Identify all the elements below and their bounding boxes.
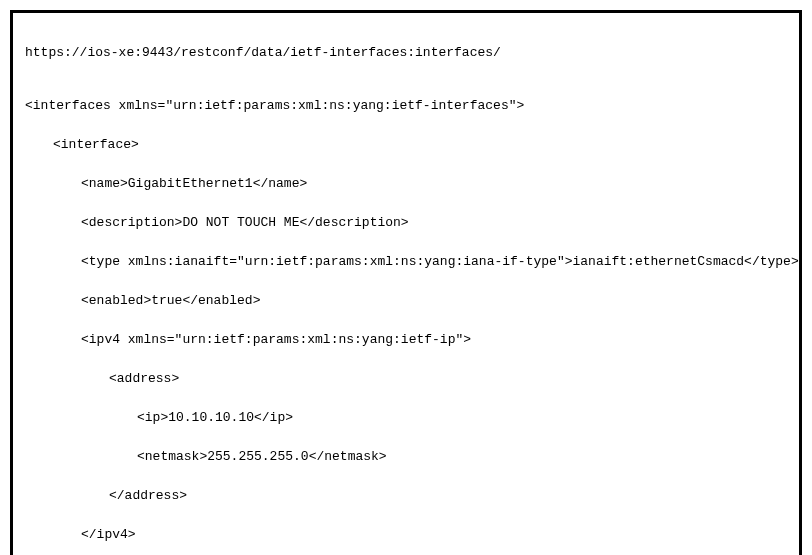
interfaces-open: <interfaces xmlns="urn:ietf:params:xml:n… — [25, 96, 787, 116]
restconf-url: https://ios-xe:9443/restconf/data/ietf-i… — [25, 43, 787, 63]
if1-ipv4-close: </ipv4> — [25, 525, 787, 545]
if1-ipv4-open: <ipv4 xmlns="urn:ietf:params:xml:ns:yang… — [25, 330, 787, 350]
if1-address-close: </address> — [25, 486, 787, 506]
if1-netmask: <netmask>255.255.255.0</netmask> — [25, 447, 787, 467]
if1-address-open: <address> — [25, 369, 787, 389]
if1-description: <description>DO NOT TOUCH ME</descriptio… — [25, 213, 787, 233]
if1-ip: <ip>10.10.10.10</ip> — [25, 408, 787, 428]
code-container: https://ios-xe:9443/restconf/data/ietf-i… — [10, 10, 802, 555]
interface1-open: <interface> — [25, 135, 787, 155]
if1-name: <name>GigabitEthernet1</name> — [25, 174, 787, 194]
if1-enabled: <enabled>true</enabled> — [25, 291, 787, 311]
if1-type: <type xmlns:ianaift="urn:ietf:params:xml… — [25, 252, 787, 272]
